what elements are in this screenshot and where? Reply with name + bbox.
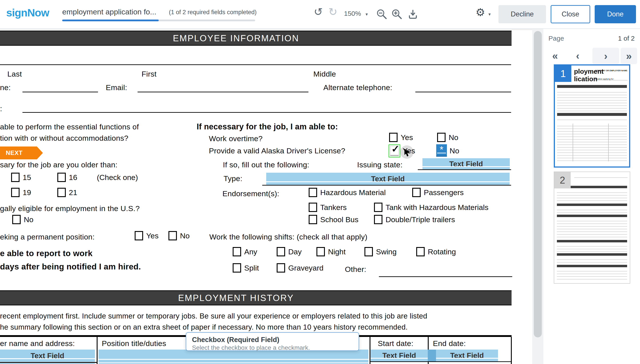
redo-icon[interactable]: ↻ (328, 7, 337, 17)
email-label: Email: (106, 83, 127, 92)
pages-sidebar: Page 1 of 2 « ‹ › » 1 ployment lication … (543, 28, 640, 364)
tankers-label: Tankers (320, 203, 347, 212)
document-title[interactable]: employment application fo... (62, 8, 156, 16)
thumb1-lines-2 (557, 118, 627, 122)
license-question-label: Provide a valid Alaska Driver's License? (209, 146, 345, 155)
end-date-text-field[interactable]: Text Field (436, 350, 498, 361)
thumb1-title-line2: lication (574, 75, 597, 82)
thumb2-section-bar-skills (557, 215, 627, 217)
eligible-question-label: gally eligible for employment in the U.S… (0, 204, 140, 213)
scrollbar-thumb[interactable] (534, 31, 542, 337)
age-row-1: 15 16 (Check one) (11, 173, 138, 182)
shift-day-checkbox[interactable] (277, 247, 285, 256)
license-yes-checkbox-checked[interactable]: ✓ (388, 144, 400, 158)
permanent-no-checkbox[interactable] (168, 231, 177, 240)
telephone-label: ne: (0, 83, 11, 92)
age-19-checkbox[interactable] (11, 188, 20, 197)
employer-row-line (0, 362, 97, 363)
shift-rotating-option: Rotating (416, 247, 456, 256)
permanent-yes-option: Yes (135, 231, 158, 240)
checkbox-inner: ✓ (390, 146, 399, 156)
thumb2-lines-4 (557, 244, 627, 252)
previous-page-icon[interactable]: ‹ (576, 50, 579, 61)
signnow-editor: signNow employment application fo... (1 … (0, 0, 640, 364)
endorsement-double-triple: Double/Triple trailers (374, 215, 455, 224)
gear-dropdown-caret-icon[interactable]: ▾ (488, 12, 491, 17)
download-icon[interactable] (407, 8, 419, 21)
age-16-checkbox[interactable] (57, 173, 66, 182)
page-2-badge: 2 (554, 172, 571, 188)
field-overlap-strip (428, 350, 436, 361)
last-page-button[interactable]: » (621, 48, 637, 64)
history-col-divider-1 (97, 337, 98, 364)
age-19-label: 19 (23, 188, 31, 197)
shift-day-label: Day (288, 248, 302, 256)
scrollbar-track[interactable] (532, 28, 543, 364)
shift-any-checkbox[interactable] (233, 247, 241, 256)
done-button[interactable]: Done (595, 5, 636, 23)
tankers-checkbox[interactable] (309, 203, 317, 212)
permanent-yes-checkbox[interactable] (135, 231, 143, 240)
endorsement-tank-hazmat: Tank with Hazardous Materials (374, 203, 488, 212)
shift-rotating-checkbox[interactable] (416, 247, 425, 256)
overtime-no-label: No (449, 133, 458, 142)
overtime-yes-option: Yes (389, 133, 413, 142)
thumb2-section-bar-contact (557, 253, 627, 256)
undo-icon[interactable]: ↺ (314, 7, 323, 17)
endorsement-tankers: Tankers (309, 203, 347, 212)
double-triple-checkbox[interactable] (374, 215, 382, 224)
thumb2-section-bar-military (557, 204, 627, 206)
first-page-icon[interactable]: « (552, 50, 558, 61)
overtime-no-checkbox[interactable] (437, 133, 446, 142)
passengers-checkbox[interactable] (412, 188, 421, 197)
tank-hazmat-label: Tank with Hazardous Materials (385, 203, 488, 212)
history-paragraph-2: he summary following this section or on … (0, 323, 408, 331)
license-yes-label: Yes (403, 146, 415, 155)
col-end-header: End date: (433, 339, 466, 348)
position-next-field-sliver (98, 363, 368, 364)
next-page-button[interactable]: › (592, 48, 619, 64)
hazmat-checkbox[interactable] (309, 188, 317, 197)
name-label-first: First (142, 70, 157, 78)
position-text-field[interactable] (98, 350, 368, 362)
shift-swing-checkbox[interactable] (364, 247, 373, 256)
shifts-question-label: Work the following shifts: (check all th… (209, 232, 367, 241)
zoom-in-icon[interactable] (391, 8, 403, 21)
zoom-dropdown-caret-icon[interactable]: ▾ (366, 12, 368, 17)
thumb2-lines-top (574, 175, 627, 179)
check-one-label: (Check one) (97, 173, 138, 182)
zoom-level[interactable]: 150% (344, 10, 361, 17)
close-button[interactable]: Close (551, 5, 590, 23)
shift-split-checkbox[interactable] (233, 263, 241, 272)
overtime-yes-checkbox[interactable] (389, 133, 397, 142)
shift-day-option: Day (277, 247, 302, 256)
school-bus-checkbox[interactable] (309, 215, 317, 224)
age-15-checkbox[interactable] (11, 173, 20, 182)
eligible-no-checkbox[interactable] (12, 215, 21, 224)
start-date-text-field[interactable]: Text Field (371, 350, 428, 361)
col-employer-header: er name and address: (0, 339, 75, 348)
shift-night-label: Night (328, 248, 346, 256)
gear-icon[interactable]: ⚙ (476, 7, 485, 18)
name-line (0, 64, 511, 65)
page-thumbnail-2[interactable]: 2 (554, 172, 630, 284)
license-no-required-checkbox[interactable]: * (436, 144, 447, 157)
age-row-2: 19 21 (11, 188, 77, 197)
employer-text-field[interactable]: Text Field (0, 350, 95, 362)
next-field-badge[interactable]: NEXT (0, 146, 37, 159)
age-21-checkbox[interactable] (57, 188, 66, 197)
shift-graveyard-checkbox[interactable] (277, 263, 285, 272)
required-fields-status: (1 of 2 required fields completed) (169, 9, 257, 16)
endorsement-school-bus: School Bus (309, 215, 358, 224)
thumb2-lines-5 (557, 257, 627, 263)
double-triple-label: Double/Triple trailers (385, 215, 455, 224)
page-thumbnail-1[interactable]: 1 ployment lication COMPANY OR EMPLOYER … (554, 64, 630, 168)
decline-button[interactable]: Decline (498, 5, 546, 23)
shift-night-checkbox[interactable] (316, 247, 325, 256)
eligible-no-option: No (12, 215, 33, 224)
email-line (138, 83, 308, 92)
thumb1-company-label: COMPANY OR EMPLOYER NAME: (595, 70, 627, 72)
required-checkbox-stripe (437, 153, 446, 153)
zoom-out-icon[interactable] (376, 8, 387, 21)
tank-hazmat-checkbox[interactable] (374, 203, 382, 212)
